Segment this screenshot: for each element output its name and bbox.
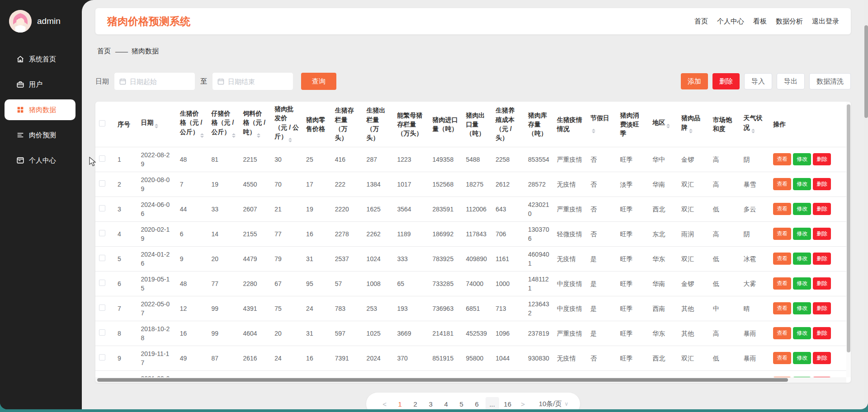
row-edit-button[interactable]: 修改 — [793, 203, 811, 215]
date-start-field[interactable] — [130, 78, 190, 85]
row-edit-button[interactable]: 修改 — [793, 228, 811, 240]
export-button[interactable]: 导出 — [777, 73, 805, 89]
column-header-15[interactable]: 节假日 — [587, 102, 617, 147]
column-label: 仔猪价格（元 / 公斤） — [212, 110, 234, 136]
column-header-20[interactable]: 天气状况 — [740, 102, 770, 147]
row-delete-button[interactable]: 删除 — [813, 277, 831, 290]
sort-caret-icon[interactable] — [257, 131, 260, 140]
row-view-button[interactable]: 查看 — [773, 153, 791, 165]
sort-caret-icon[interactable] — [666, 122, 670, 130]
breadcrumb-home[interactable]: 首页 — [97, 47, 111, 56]
date-end-input[interactable] — [212, 73, 293, 90]
row-delete-button[interactable]: 删除 — [813, 153, 831, 165]
horizontal-scrollbar-thumb[interactable] — [97, 378, 788, 382]
page-size-select[interactable]: 10条/页∨ — [539, 400, 569, 408]
pagination-ellipsis[interactable]: ... — [486, 397, 499, 409]
column-header-5[interactable]: 猪肉批发价（元 / 公斤） — [271, 102, 302, 147]
avatar[interactable] — [9, 10, 32, 33]
date-start-input[interactable] — [114, 73, 195, 90]
table-cell: 9 — [176, 246, 208, 271]
column-header-18[interactable]: 猪肉品牌 — [678, 102, 709, 147]
sort-caret-icon[interactable] — [592, 127, 595, 135]
row-view-button[interactable]: 查看 — [773, 352, 791, 364]
row-view-button[interactable]: 查看 — [773, 253, 791, 265]
row-checkbox[interactable] — [99, 180, 105, 187]
row-checkbox[interactable] — [99, 155, 105, 162]
topnav-logout[interactable]: 退出登录 — [812, 17, 839, 26]
sort-caret-icon[interactable] — [288, 136, 292, 144]
row-view-button[interactable]: 查看 — [773, 203, 791, 215]
topnav-profile[interactable]: 个人中心 — [717, 17, 744, 26]
sidebar-item-system-home[interactable]: 系统首页 — [0, 49, 75, 70]
sidebar-item-personal-center[interactable]: 个人中心 — [0, 150, 75, 171]
column-header-3[interactable]: 仔猪价格（元 / 公斤） — [208, 102, 240, 147]
row-checkbox[interactable] — [99, 230, 105, 236]
data-clean-button[interactable]: 数据清洗 — [809, 73, 851, 89]
sort-caret-icon[interactable] — [155, 122, 158, 130]
table-cell: 旺季 — [616, 271, 649, 296]
sort-caret-icon[interactable] — [751, 127, 755, 135]
row-edit-button[interactable]: 修改 — [793, 178, 811, 190]
pagination-page-3[interactable]: 3 — [424, 397, 438, 409]
row-delete-button[interactable]: 删除 — [813, 253, 831, 265]
pagination-page-4[interactable]: 4 — [439, 397, 453, 409]
column-header-4[interactable]: 饲料价格（元 / 吨） — [239, 102, 271, 147]
row-delete-button[interactable]: 删除 — [813, 203, 831, 215]
table-cell: 930830 — [524, 346, 553, 370]
pagination-prev-button[interactable]: < — [378, 397, 392, 409]
row-delete-button[interactable]: 删除 — [813, 302, 831, 314]
add-button[interactable]: 添加 — [681, 73, 708, 89]
row-checkbox[interactable] — [99, 280, 105, 286]
table-cell: 24 — [302, 296, 331, 321]
row-delete-button[interactable]: 删除 — [813, 228, 831, 240]
search-button[interactable]: 查询 — [301, 73, 336, 90]
table-cell: 713 — [492, 296, 524, 321]
column-header-2[interactable]: 生猪价格（元 / 公斤） — [176, 102, 208, 147]
topnav-home[interactable]: 首页 — [694, 17, 708, 26]
topnav-data-analysis[interactable]: 数据分析 — [776, 17, 803, 26]
row-checkbox[interactable] — [99, 255, 105, 261]
sidebar-item-price-forecast[interactable]: 肉价预测 — [0, 125, 75, 145]
vertical-scrollbar-thumb[interactable] — [847, 104, 850, 352]
sidebar-item-pork-data[interactable]: 猪肉数据 — [5, 99, 75, 120]
table-cell: 81 — [208, 147, 240, 172]
row-edit-button[interactable]: 修改 — [793, 153, 811, 165]
row-edit-button[interactable]: 修改 — [793, 253, 811, 265]
row-edit-button[interactable]: 修改 — [793, 327, 811, 339]
sort-caret-icon[interactable] — [689, 127, 693, 135]
date-end-field[interactable] — [228, 78, 288, 85]
pagination-page-6[interactable]: 6 — [470, 397, 484, 409]
row-view-button[interactable]: 查看 — [773, 178, 791, 190]
row-view-button[interactable]: 查看 — [773, 277, 791, 290]
sort-caret-icon[interactable] — [232, 131, 236, 140]
pagination-page-2[interactable]: 2 — [409, 397, 422, 409]
column-header-17[interactable]: 地区 — [649, 102, 678, 147]
window-scrollbar-thumb[interactable] — [864, 25, 868, 118]
calendar-icon — [217, 78, 224, 85]
pagination-next-button[interactable]: > — [516, 397, 530, 409]
row-view-button[interactable]: 查看 — [773, 327, 791, 339]
import-button[interactable]: 导入 — [744, 73, 772, 89]
row-edit-button[interactable]: 修改 — [793, 277, 811, 290]
delete-button[interactable]: 删除 — [712, 73, 740, 89]
row-delete-button[interactable]: 删除 — [813, 327, 831, 339]
select-all-checkbox[interactable] — [99, 120, 105, 126]
row-edit-button[interactable]: 修改 — [793, 352, 811, 364]
row-checkbox[interactable] — [99, 354, 105, 360]
row-checkbox[interactable] — [99, 329, 105, 336]
row-edit-button[interactable]: 修改 — [793, 302, 811, 314]
pagination-page-5[interactable]: 5 — [455, 397, 468, 409]
row-view-button[interactable]: 查看 — [773, 302, 791, 314]
row-delete-button[interactable]: 删除 — [813, 352, 831, 364]
column-header-1[interactable]: 日期 — [137, 102, 176, 147]
topnav-dashboard[interactable]: 看板 — [753, 17, 767, 26]
row-delete-button[interactable]: 删除 — [813, 178, 831, 190]
sort-caret-icon[interactable] — [200, 131, 204, 140]
pagination-page-1[interactable]: 1 — [393, 397, 407, 409]
sidebar-item-users[interactable]: 用户 — [0, 74, 75, 95]
row-checkbox[interactable] — [99, 304, 105, 311]
row-checkbox[interactable] — [99, 205, 105, 211]
row-view-button[interactable]: 查看 — [773, 228, 791, 240]
table-cell: 低 — [709, 246, 740, 271]
pagination-page-16[interactable]: 16 — [501, 397, 514, 409]
